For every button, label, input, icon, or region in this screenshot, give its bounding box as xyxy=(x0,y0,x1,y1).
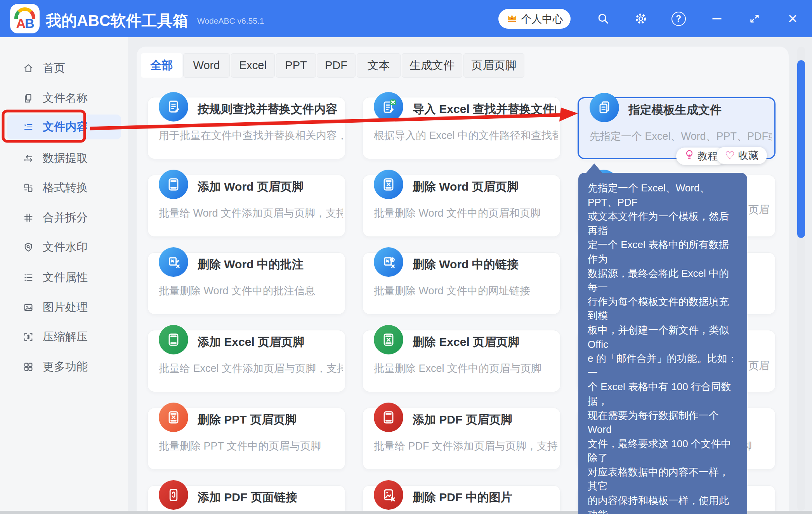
del-word-links-icon xyxy=(374,247,403,277)
card-description: 批量删除 Word 文件中的页眉和页脚 xyxy=(374,206,558,220)
feature-card-add-excel-headfoot[interactable]: 添加 Excel 页眉页脚批量给 Excel 文件添加页眉与页脚，支持嵌入页码 xyxy=(147,330,345,392)
image-icon xyxy=(23,302,34,313)
feature-card-del-ppt-headfoot[interactable]: 删除 PPT 页眉页脚批量删除 PPT 文件中的页眉与页脚 xyxy=(147,408,345,470)
tab-excel[interactable]: Excel xyxy=(231,53,275,78)
occluded-card-text-fragment: 页眉 xyxy=(748,203,769,217)
sidebar-item-data-extract[interactable]: 数据提取 xyxy=(0,147,128,170)
file-name-icon xyxy=(23,92,34,104)
card-description: 批量删除 Excel 文件中的页眉与页脚 xyxy=(374,361,558,375)
sidebar-item-label: 文件名称 xyxy=(43,90,88,106)
del-excel-headfoot-icon xyxy=(374,325,403,354)
add-pdf-pagelinks-icon xyxy=(159,480,188,510)
search-icon[interactable] xyxy=(594,9,612,28)
close-button[interactable]: × xyxy=(783,9,802,28)
del-ppt-headfoot-icon xyxy=(159,403,188,432)
title-bar: AB 我的ABC软件工具箱 WodeABC v6.55.1 个人中心 ? × xyxy=(0,0,812,37)
minimize-button[interactable] xyxy=(708,9,726,28)
sidebar-item-label: 首页 xyxy=(43,61,65,76)
add-excel-headfoot-icon xyxy=(159,325,188,354)
card-title: 添加 PDF 页面链接 xyxy=(198,489,297,506)
sidebar-item-label: 文件属性 xyxy=(43,270,88,285)
occluded-card-text-fragment: 页眉 xyxy=(748,359,769,373)
sidebar-item-label: 压缩解压 xyxy=(43,329,88,345)
file-content-icon xyxy=(23,121,34,133)
watermark-icon xyxy=(23,241,34,253)
favorite-label: 收藏 xyxy=(738,149,758,162)
feature-card-add-pdf-headfoot[interactable]: 添加 PDF 页眉页脚批量给 PDF 文件添加页眉与页脚，支持嵌入页码 xyxy=(363,408,560,470)
feature-card-find-replace[interactable]: 按规则查找并替换文件内容用于批量在文件中查找并替换相关内容，支持 Wor xyxy=(147,97,345,159)
compress-icon xyxy=(23,331,34,343)
del-word-comments-icon xyxy=(159,247,188,277)
format-convert-icon xyxy=(23,182,34,194)
settings-gear-icon[interactable] xyxy=(632,9,650,28)
feature-card-del-word-comments[interactable]: 删除 Word 中的批注批量删除 Word 文件中的批注信息 xyxy=(147,252,345,314)
card-title: 删除 PPT 页眉页脚 xyxy=(198,411,297,428)
sidebar-item-file-watermark[interactable]: 文件水印 xyxy=(0,236,128,259)
personal-center-button[interactable]: 个人中心 xyxy=(498,9,571,29)
tab-all[interactable]: 全部 xyxy=(141,53,182,78)
sidebar-item-label: 合并拆分 xyxy=(43,210,88,226)
card-description: 批量给 Excel 文件添加页眉与页脚，支持嵌入页码 xyxy=(159,361,343,375)
sidebar-item-compress[interactable]: 压缩解压 xyxy=(0,326,128,348)
card-description: 批量删除 Word 文件中的批注信息 xyxy=(159,284,343,298)
card-title: 删除 Word 中的链接 xyxy=(413,256,519,273)
favorite-button[interactable]: ♡ 收藏 xyxy=(717,147,767,164)
card-title: 删除 PDF 中的图片 xyxy=(413,489,512,506)
sidebar: 首页文件名称文件内容数据提取格式转换合并拆分文件水印文件属性图片处理压缩解压更多… xyxy=(0,37,128,511)
personal-center-label: 个人中心 xyxy=(521,12,563,26)
card-description: 根据导入的 Excel 中的文件路径和查找替换规则来批 xyxy=(374,128,558,142)
tutorial-label: 教程 xyxy=(697,149,718,163)
maximize-button[interactable] xyxy=(745,9,764,28)
sidebar-item-merge-split[interactable]: 合并拆分 xyxy=(0,207,128,229)
feature-card-del-pdf-images[interactable]: 删除 PDF 中的图片 xyxy=(363,485,560,514)
sidebar-item-image-process[interactable]: 图片处理 xyxy=(0,296,128,319)
card-description: 批量给 PDF 文件添加页眉与页脚，支持嵌入页码 xyxy=(374,439,558,453)
tab-word[interactable]: Word xyxy=(183,53,230,78)
tab-ppt[interactable]: PPT xyxy=(276,53,316,78)
excel-find-replace-icon xyxy=(374,92,403,122)
del-word-headfoot-icon xyxy=(374,170,403,199)
sidebar-item-file-props[interactable]: 文件属性 xyxy=(0,266,128,289)
sidebar-item-file-name[interactable]: 文件名称 xyxy=(0,87,128,109)
feature-card-add-pdf-pagelinks[interactable]: 添加 PDF 页面链接 xyxy=(147,485,345,514)
tab-header-footer[interactable]: 页眉页脚 xyxy=(463,53,524,78)
sidebar-item-more[interactable]: 更多功能 xyxy=(0,356,128,378)
card-description: 批量删除 Word 文件中的网址链接 xyxy=(374,284,558,298)
merge-split-icon xyxy=(23,212,34,224)
app-title: 我的ABC软件工具箱 xyxy=(46,10,188,31)
feature-card-del-word-links[interactable]: 删除 Word 中的链接批量删除 Word 文件中的网址链接 xyxy=(363,252,560,314)
del-pdf-images-icon xyxy=(374,480,403,510)
sidebar-item-label: 文件水印 xyxy=(43,240,88,255)
card-title: 删除 Word 中的批注 xyxy=(198,256,304,273)
sidebar-item-format-convert[interactable]: 格式转换 xyxy=(0,177,128,199)
sidebar-item-label: 格式转换 xyxy=(43,180,88,196)
card-description: 用于批量在文件中查找并替换相关内容，支持 Wor xyxy=(159,128,343,142)
feature-card-excel-find-replace[interactable]: 导入 Excel 查找并替换文件内容根据导入的 Excel 中的文件路径和查找替… xyxy=(363,97,560,159)
feature-card-del-excel-headfoot[interactable]: 删除 Excel 页眉页脚批量删除 Excel 文件中的页眉与页脚 xyxy=(363,330,560,392)
sidebar-item-home[interactable]: 首页 xyxy=(0,57,128,80)
card-title: 删除 Excel 页眉页脚 xyxy=(413,333,519,351)
heart-icon: ♡ xyxy=(725,150,735,161)
sidebar-item-file-content[interactable]: 文件内容 xyxy=(0,116,128,138)
file-props-icon xyxy=(23,272,34,283)
sidebar-item-label: 更多功能 xyxy=(43,359,88,375)
sidebar-item-label: 图片处理 xyxy=(43,300,88,315)
crown-icon xyxy=(506,13,518,25)
tab-generate-file[interactable]: 生成文件 xyxy=(402,53,462,78)
tab-pdf[interactable]: PDF xyxy=(317,53,356,78)
feature-card-del-word-headfoot[interactable]: 删除 Word 页眉页脚批量删除 Word 文件中的页眉和页脚 xyxy=(363,175,560,237)
home-icon xyxy=(23,63,34,74)
find-replace-icon xyxy=(159,92,188,122)
card-title: 导入 Excel 查找并替换文件内容 xyxy=(413,101,556,118)
help-icon[interactable]: ? xyxy=(669,9,688,28)
sidebar-item-label: 文件内容 xyxy=(43,119,88,135)
feature-card-add-word-headfoot[interactable]: 添加 Word 页眉页脚批量给 Word 文件添加页眉与页脚，支持嵌入页码 xyxy=(147,175,345,237)
data-extract-icon xyxy=(23,153,34,164)
card-title: 添加 PDF 页眉页脚 xyxy=(413,411,512,428)
tooltip-arrow xyxy=(585,163,603,174)
sidebar-item-label: 数据提取 xyxy=(43,151,88,166)
scrollbar-thumb[interactable] xyxy=(797,60,805,238)
card-title: 按规则查找并替换文件内容 xyxy=(198,101,337,118)
tab-text[interactable]: 文本 xyxy=(357,53,401,78)
more-grid-icon xyxy=(23,361,34,373)
